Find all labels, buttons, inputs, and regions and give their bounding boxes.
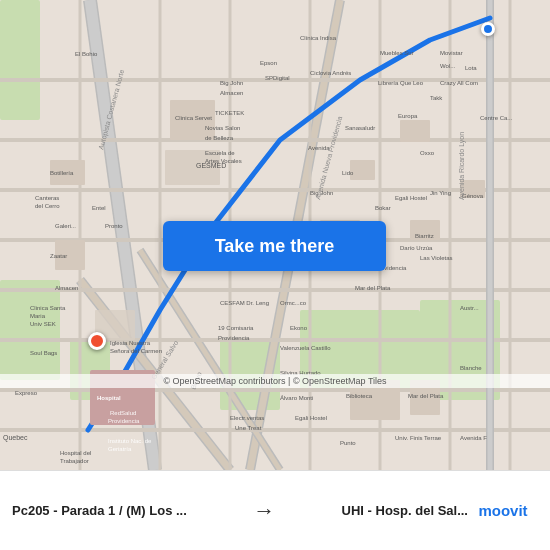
svg-rect-5 (0, 0, 40, 120)
svg-text:Crazy All Com: Crazy All Com (440, 80, 478, 86)
svg-text:Epson: Epson (260, 60, 277, 66)
svg-text:Blanche: Blanche (460, 365, 482, 371)
svg-text:Darío Urzúa: Darío Urzúa (400, 245, 433, 251)
svg-text:Zaatar: Zaatar (50, 253, 67, 259)
moovit-brand-text: moovit (478, 502, 527, 519)
svg-text:Jin Ying: Jin Ying (430, 190, 451, 196)
svg-text:Galeri...: Galeri... (55, 223, 76, 229)
svg-text:Big John: Big John (220, 80, 243, 86)
svg-text:Europa: Europa (398, 113, 418, 119)
svg-text:Oxxo: Oxxo (420, 150, 435, 156)
origin-station-name: Pc205 - Parada 1 / (M) Los ... (12, 503, 187, 518)
destination-station-name: UHI - Hosp. del Sal... (342, 503, 468, 518)
svg-text:Movistar: Movistar (440, 50, 463, 56)
svg-text:Univ SEK: Univ SEK (30, 321, 56, 327)
svg-text:Biarritz: Biarritz (415, 233, 434, 239)
svg-text:Ormc...co: Ormc...co (280, 300, 307, 306)
svg-text:Librería Que Leo: Librería Que Leo (378, 80, 424, 86)
svg-text:Centre Ca...: Centre Ca... (480, 115, 513, 121)
svg-text:Univ. Finis Terrae: Univ. Finis Terrae (395, 435, 442, 441)
svg-text:Instituto Nac. de: Instituto Nac. de (108, 438, 152, 444)
svg-text:El Bohio: El Bohio (75, 51, 98, 57)
svg-text:Génova: Génova (462, 193, 484, 199)
svg-text:Canteras: Canteras (35, 195, 59, 201)
destination-marker (481, 22, 495, 36)
svg-text:Ciclovia Andrés: Ciclovia Andrés (310, 70, 351, 76)
svg-text:Álvaro Monti: Álvaro Monti (280, 395, 313, 401)
svg-text:Entel: Entel (92, 205, 106, 211)
svg-text:Biblioteca: Biblioteca (346, 393, 373, 399)
svg-rect-1 (0, 280, 60, 380)
svg-text:Artes Vocales: Artes Vocales (205, 158, 242, 164)
svg-text:Las Violetas: Las Violetas (420, 255, 453, 261)
svg-text:Avenida F: Avenida F (460, 435, 487, 441)
svg-text:de Belleza: de Belleza (205, 135, 234, 141)
svg-text:Sanasaludr: Sanasaludr (345, 125, 375, 131)
svg-text:Providencia: Providencia (108, 418, 140, 424)
svg-text:Señora del Carmen: Señora del Carmen (110, 348, 162, 354)
svg-text:Takk: Takk (430, 95, 443, 101)
svg-text:Pronto: Pronto (105, 223, 123, 229)
svg-text:Lido: Lido (342, 170, 354, 176)
destination-station: UHI - Hosp. del Sal... (342, 503, 468, 518)
svg-text:Iglesia Nuestra: Iglesia Nuestra (110, 340, 151, 346)
svg-rect-35 (350, 160, 375, 180)
svg-text:Clínica Indisa: Clínica Indisa (300, 35, 337, 41)
svg-text:Almacen: Almacen (55, 285, 78, 291)
svg-text:Geriatría: Geriatría (108, 446, 132, 452)
svg-text:Une Treat: Une Treat (235, 425, 262, 431)
svg-text:TICKETEK: TICKETEK (215, 110, 244, 116)
svg-text:Lota: Lota (465, 65, 477, 71)
svg-text:Quebec: Quebec (3, 434, 28, 442)
svg-text:Egali Hostel: Egali Hostel (295, 415, 327, 421)
svg-text:Punto: Punto (340, 440, 356, 446)
svg-text:Egali Hostel: Egali Hostel (395, 195, 427, 201)
origin-station: Pc205 - Parada 1 / (M) Los ... (12, 503, 187, 518)
svg-text:Muebles Sur: Muebles Sur (380, 50, 414, 56)
svg-text:19 Comisaria: 19 Comisaria (218, 325, 254, 331)
svg-text:Hospital del: Hospital del (60, 450, 91, 456)
svg-text:Clinica Servet: Clinica Servet (175, 115, 212, 121)
svg-text:Avenida Ricardo Lyon: Avenida Ricardo Lyon (458, 132, 466, 200)
take-me-there-button[interactable]: Take me there (163, 221, 386, 271)
svg-text:Electr.ventas: Electr.ventas (230, 415, 264, 421)
svg-text:Wol...: Wol... (440, 63, 456, 69)
svg-text:Valenzuela Castillo: Valenzuela Castillo (280, 345, 331, 351)
svg-text:Escuela de: Escuela de (205, 150, 235, 156)
svg-text:Mar del Plata: Mar del Plata (355, 285, 391, 291)
svg-text:Botillería: Botillería (50, 170, 74, 176)
svg-text:Mar del Plata: Mar del Plata (408, 393, 444, 399)
svg-text:CESFAM Dr. Leng: CESFAM Dr. Leng (220, 300, 269, 306)
svg-text:Clinica Santa: Clinica Santa (30, 305, 66, 311)
svg-text:Hospital: Hospital (97, 395, 121, 401)
route-arrow: → (187, 498, 342, 524)
svg-text:RedSalud: RedSalud (110, 410, 136, 416)
svg-text:Expreso: Expreso (15, 390, 38, 396)
map-container: GESMED Clinica Servet Botillería Lido Eu… (0, 0, 550, 470)
svg-text:del Cerro: del Cerro (35, 203, 60, 209)
arrow-right-icon: → (253, 498, 275, 524)
svg-text:Bokar: Bokar (375, 205, 391, 211)
bottom-bar: Pc205 - Parada 1 / (M) Los ... → UHI - H… (0, 470, 550, 550)
origin-marker (88, 332, 106, 350)
svg-text:Novias Salon: Novias Salon (205, 125, 240, 131)
svg-text:Almacen: Almacen (220, 90, 243, 96)
svg-rect-36 (400, 120, 430, 142)
svg-text:Trabajador: Trabajador (60, 458, 89, 464)
map-copyright: © OpenStreetMap contributors | © OpenStr… (0, 374, 550, 388)
svg-text:Providencia: Providencia (218, 335, 250, 341)
svg-text:Soul Bags: Soul Bags (30, 350, 57, 356)
svg-text:Maria: Maria (30, 313, 46, 319)
svg-text:Ekono: Ekono (290, 325, 308, 331)
svg-text:SPDigital: SPDigital (265, 75, 290, 81)
moovit-logo: moovit (468, 502, 538, 519)
svg-text:Austr...: Austr... (460, 305, 479, 311)
